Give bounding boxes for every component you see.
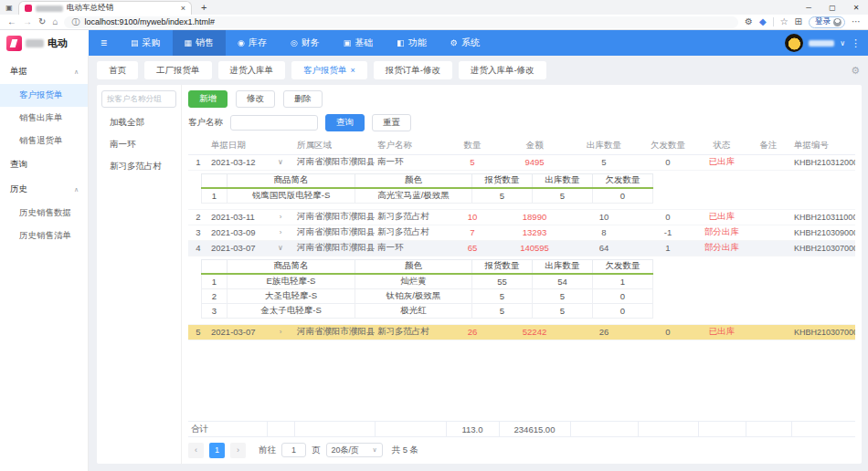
group-search-input[interactable]: 按客户名称分组 [101,90,176,108]
row-remark [746,225,791,240]
col-expand [267,137,294,154]
order-row[interactable]: 12021-03-12∨河南省濮阳市濮阳县南一环5949550已出库KHBH21… [188,154,855,170]
page-size-select[interactable]: 20条/页 ∨ [326,443,383,457]
browser-menu-icon[interactable]: ⋯ [852,17,861,26]
nav-item-base[interactable]: ▣ 基础 [332,30,386,56]
new-tab-button[interactable]: + [201,2,206,13]
col-out-qty: 出库数量 [570,137,638,154]
detail-report-qty: 5 [472,188,533,203]
tab-customer-order[interactable]: 客户报货单 × [291,61,367,79]
forward-icon: → [23,17,32,26]
system-icon: ⚙ [450,38,458,47]
tab-order-edit[interactable]: 报货订单-修改 [374,61,452,79]
row-region: 河南省濮阳市濮阳县 [294,225,375,240]
collapse-row-icon[interactable]: ∨ [267,154,294,170]
sidebar-item-sales-return[interactable]: 销售退货单 [0,130,88,152]
prev-page-button[interactable]: ‹ [188,443,204,458]
window-close-button[interactable]: ✕ [844,0,868,15]
collapse-row-icon[interactable]: ∨ [267,240,294,256]
detail-col-header: 颜色 [355,259,472,274]
tab-factory-order[interactable]: 工厂报货单 [144,61,212,79]
sidebar-item-history-sales-list[interactable]: 历史销售清单 [0,225,88,247]
refresh-icon[interactable]: ↻ [38,17,46,26]
home-icon[interactable]: ⌂ [52,17,58,26]
order-detail-cell: 商品简名颜色报货数量出库数量欠发数量1E族电轻摩-S灿烂黄555412大圣电轻摩… [188,256,855,324]
expand-row-icon[interactable]: › [267,209,294,225]
header-kebab-icon[interactable]: ⋮ [851,37,861,49]
row-date: 2021-03-11 [208,209,267,225]
row-remark [746,209,791,225]
collections-icon[interactable]: ⊞ [795,17,802,26]
detail-col-header: 商品简名 [228,259,355,274]
sidebar-group-history[interactable]: 历史 ∧ [0,177,88,202]
nav-item-inventory[interactable]: ◉ 库存 [226,30,279,56]
row-owe-qty: 1 [638,240,698,256]
tab-close-icon[interactable]: × [351,66,355,75]
expand-row-icon[interactable]: › [267,225,294,240]
browser-address-bar: ← → ↻ ⌂ ⓘ localhost:9100/myweb/index1.ht… [0,15,868,30]
status-badge: 已出库 [698,209,746,225]
search-button[interactable]: 查询 [325,114,365,131]
next-page-button[interactable]: › [230,443,246,458]
menu-toggle-icon[interactable]: ≡ [101,37,107,49]
group-item-customer[interactable]: 南一环 [101,133,176,155]
window-minimize-button[interactable]: ─ [797,0,820,15]
sidebar-item-history-sales-data[interactable]: 历史销售数据 [0,202,88,225]
sidebar-group-documents[interactable]: 单据 ∧ [0,59,88,84]
tab-label: 进货入库单-修改 [471,65,535,77]
group-item-load-all[interactable]: 加载全部 [101,111,176,133]
nav-item-finance[interactable]: ◎ 财务 [279,30,332,56]
tab-close-icon[interactable]: × [181,4,185,13]
window-maximize-button[interactable]: ▢ [820,0,844,15]
row-qty: 5 [446,154,499,170]
delete-button[interactable]: 删除 [283,90,323,108]
edit-button[interactable]: 修改 [236,90,275,108]
tab-settings-gear-icon[interactable]: ⚙ [851,65,860,77]
favorites-star-icon[interactable]: ☆ [780,17,789,26]
tab-label: 工厂报货单 [156,65,200,77]
detail-owe-qty: 0 [593,288,653,303]
customer-name-label: 客户名称 [188,117,223,129]
order-row[interactable]: 42021-03-07∨河南省濮阳市濮阳县南一环65140595641部分出库K… [188,240,855,256]
add-button[interactable]: 新增 [188,90,228,108]
browser-login-button[interactable]: 登录 [809,16,845,28]
profile-avatar-icon [833,18,842,26]
nav-item-sales[interactable]: ▦ 销售 [173,30,227,56]
page-1-button[interactable]: 1 [209,443,225,458]
sidebar-group-label: 历史 [10,183,27,195]
sidebar-item-sales-outbound[interactable]: 销售出库单 [0,107,88,130]
nav-label: 销售 [196,37,214,49]
tab-home[interactable]: 首页 [97,61,138,79]
user-menu-chevron-icon[interactable]: ∨ [840,39,845,47]
reset-button[interactable]: 重置 [372,114,411,131]
customer-name-input[interactable] [230,115,318,131]
back-icon[interactable]: ← [7,17,16,26]
detail-col-header: 报货数量 [472,259,533,274]
extension-icon[interactable]: ◆ [759,17,767,26]
row-index: 2 [188,209,208,225]
sidebar-item-customer-order[interactable]: 客户报货单 [0,84,88,107]
row-remark [746,324,791,340]
tab-purchase-inbound[interactable]: 进货入库单 [218,61,286,79]
row-out-qty: 10 [570,209,638,225]
sidebar-group-query[interactable]: 查询 [0,152,88,177]
order-row[interactable]: 22021-03-11›河南省濮阳市濮阳县新习多范占村1018990100已出库… [188,209,855,225]
chevron-down-icon: ∨ [372,446,376,454]
expand-row-icon[interactable]: › [267,324,294,340]
order-row[interactable]: 52021-03-07›河南省濮阳市濮阳县新习多范占村2652242260已出库… [188,324,855,340]
order-row[interactable]: 32021-03-09›河南省濮阳市濮阳县新习多范占村7132938-1部分出库… [188,225,855,240]
browser-tab[interactable]: 电动车总经销 × [18,1,192,15]
group-item-customer[interactable]: 新习多范占村 [101,155,176,177]
detail-out-qty: 5 [533,288,593,303]
nav-item-function[interactable]: ◧ 功能 [385,30,439,56]
page-info-icon[interactable]: ⓘ [71,18,79,26]
detail-index: 3 [202,303,228,318]
tab-actions-icon[interactable]: ▣ [0,4,18,12]
tab-inbound-edit[interactable]: 进货入库单-修改 [459,61,546,79]
browser-tools-icon[interactable]: ⚙ [745,17,753,26]
user-avatar[interactable] [785,34,803,52]
nav-item-purchase[interactable]: ▤ 采购 [119,30,173,56]
url-box[interactable]: ⓘ localhost:9100/myweb/index1.html# [64,16,738,28]
nav-item-system[interactable]: ⚙ 系统 [439,30,492,56]
goto-page-input[interactable]: 1 [281,443,306,457]
